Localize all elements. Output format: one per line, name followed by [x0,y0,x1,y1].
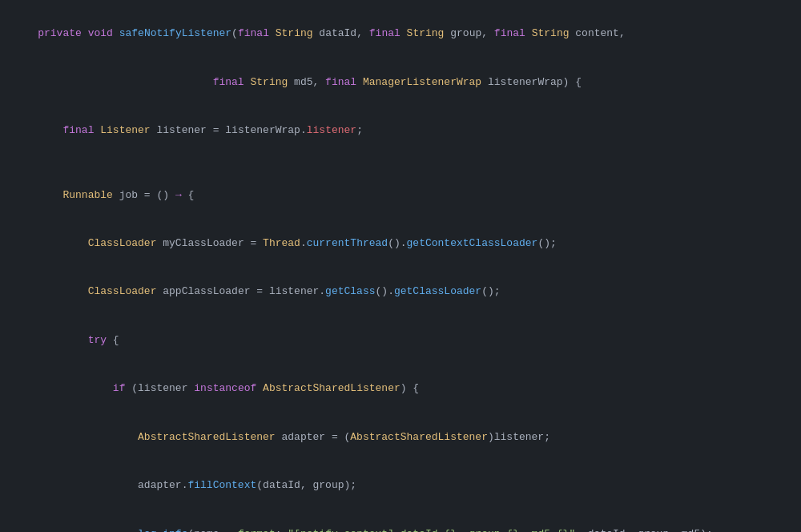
code-line-10: AbstractSharedListener adapter = (Abstra… [13,413,788,461]
code-line-9: if (listener instanceof AbstractSharedLi… [13,365,788,413]
code-line-5: Runnable job = () → { [13,171,788,219]
code-line-8: try { [13,316,788,365]
code-line-11: adapter.fillContext(dataId, group); [13,461,788,510]
code-line-6: ClassLoader myClassLoader = Thread.curre… [13,220,788,268]
code-editor: private void safeNotifyListener(final St… [0,0,801,532]
code-line-4 [13,155,788,171]
code-line-1: private void safeNotifyListener(final St… [13,10,788,58]
code-line-12: log.info(name, format: "[notify-context]… [13,510,788,532]
code-line-3: final Listener listener = listenerWrap.l… [13,107,788,155]
code-line-7: ClassLoader appClassLoader = listener.ge… [13,268,788,316]
code-line-2: final String md5, final ManagerListenerW… [13,58,788,106]
